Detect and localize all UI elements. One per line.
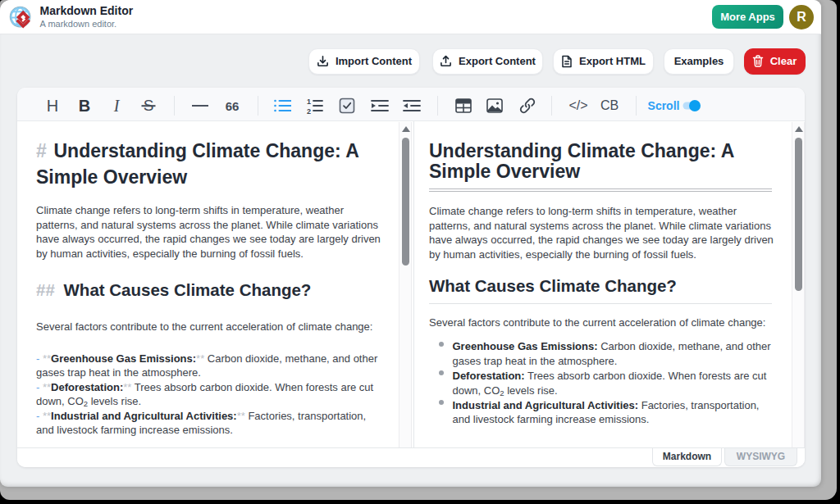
svg-text:1: 1 (307, 98, 311, 106)
svg-text:2: 2 (307, 107, 311, 116)
